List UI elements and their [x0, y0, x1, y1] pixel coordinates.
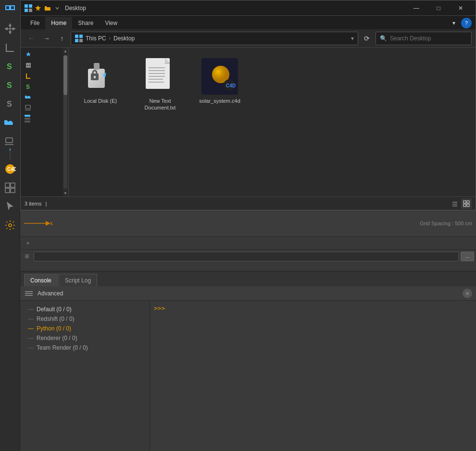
svg-rect-13 [5, 183, 10, 187]
grid-view-button[interactable] [461, 198, 472, 209]
svg-rect-19 [29, 4, 32, 8]
svg-rect-15 [5, 188, 10, 193]
quick-access-star[interactable] [21, 49, 68, 60]
console-header: Advanced × [20, 286, 476, 301]
folder-icon [44, 4, 51, 12]
l-icon [25, 72, 32, 80]
svg-rect-26 [26, 63, 31, 68]
svg-rect-30 [25, 105, 30, 109]
svg-rect-18 [25, 4, 28, 8]
back-button[interactable]: ← [25, 32, 38, 45]
star-icon [25, 51, 32, 59]
up-button[interactable]: ↑ [55, 32, 69, 45]
svg-rect-21 [29, 9, 32, 12]
new-text-file[interactable]: New Text Document.txt [136, 55, 184, 113]
s-tool-3-icon[interactable]: S [1, 95, 19, 113]
local-disk-file[interactable]: Local Disk (E) [76, 55, 125, 106]
tab-view[interactable]: View [99, 17, 123, 29]
search-icon: 🔍 [380, 35, 387, 42]
svg-text:C4D: C4D [226, 83, 236, 88]
explorer-body: ▲ ▼ [21, 48, 476, 196]
tab-file[interactable]: File [25, 17, 45, 29]
tree-item-default[interactable]: — Default (0 / 0) [20, 305, 150, 314]
console-close-button[interactable]: × [463, 289, 472, 298]
timeline-text-field[interactable] [34, 252, 459, 261]
scroll-up-arrow[interactable]: ▲ [63, 48, 68, 54]
tree-item-team-render[interactable]: — Team Render (0 / 0) [20, 343, 150, 353]
gear-icon[interactable] [1, 216, 19, 234]
undo-icon[interactable] [1, 1, 19, 19]
svg-rect-10 [10, 148, 11, 151]
left-panel-scrollbar[interactable]: ▲ ▼ [63, 48, 68, 196]
svg-rect-56 [463, 204, 466, 207]
quick-access-building[interactable] [21, 60, 68, 71]
cloud2-icon [25, 93, 32, 101]
new-text-label: New Text Document.txt [138, 98, 182, 111]
s-tool-1-icon[interactable]: S [1, 57, 19, 75]
transform-icon[interactable] [1, 38, 19, 57]
svg-rect-14 [11, 183, 15, 187]
quick-access-l[interactable] [21, 71, 68, 81]
tree-item-renderer[interactable]: — Renderer (0 / 0) [20, 333, 150, 343]
console-menu-icon[interactable] [24, 289, 34, 298]
c4d-main-icon[interactable]: C4D [1, 160, 19, 178]
minimize-button[interactable]: — [405, 0, 427, 16]
local-disk-label: Local Disk (E) [84, 98, 117, 104]
address-box[interactable]: This PC › Desktop ▾ [71, 32, 358, 45]
timeline-dots-button[interactable]: ... [461, 252, 474, 261]
explorer-window: Desktop — □ ✕ File Home Share View ▾ ? ←… [20, 0, 476, 210]
search-box: 🔍 [376, 32, 472, 45]
svg-text:S: S [7, 100, 12, 108]
x-axis-label: x [50, 220, 53, 227]
laptop-icon[interactable] [1, 132, 19, 150]
solar-system-file[interactable]: C4D solar_system.c4d [196, 55, 244, 106]
list-view-button[interactable] [450, 198, 460, 209]
tree-item-python[interactable]: — Python (0 / 0) [20, 324, 150, 333]
timeline-area: × ≡ ... [20, 237, 476, 271]
ribbon-tabs: File Home Share View ▾ ? [21, 16, 476, 29]
refresh-button[interactable]: ⟳ [360, 32, 374, 45]
help-button[interactable]: ? [461, 18, 472, 28]
ribbon-chevron[interactable]: ▾ [449, 18, 459, 28]
pin-icon [34, 4, 42, 12]
svg-rect-20 [25, 9, 28, 12]
close-button[interactable]: ✕ [450, 0, 472, 16]
c4d-viewport: x Grid Spacing : 500 cm [20, 210, 476, 237]
address-bar: ← → ↑ This PC › Desktop ▾ ⟳ 🔍 [21, 29, 476, 48]
forward-button[interactable]: → [40, 32, 53, 45]
timeline-close-button[interactable]: × [24, 239, 32, 247]
cloud-icon[interactable] [1, 113, 19, 132]
title-bar: Desktop — □ ✕ [21, 0, 476, 16]
console-tabs: Console Script Log [20, 272, 476, 286]
window-controls: — □ ✕ [405, 0, 472, 16]
pointer-icon[interactable] [1, 197, 19, 216]
scroll-down-arrow[interactable]: ▼ [63, 190, 68, 196]
quick-access-laptop[interactable] [21, 102, 68, 113]
hamburger-icon[interactable]: ≡ [22, 252, 32, 261]
tree-item-redshift[interactable]: — Redshift (0 / 0) [20, 314, 150, 324]
quick-access-s1[interactable]: S [21, 81, 68, 92]
move-icon[interactable] [1, 20, 19, 38]
address-part-thispc[interactable]: This PC [86, 35, 106, 42]
address-dropdown[interactable]: ▾ [351, 35, 354, 42]
grid-view-icon[interactable] [1, 179, 19, 197]
console-output: >>> [150, 301, 476, 451]
c4d-toolbar: S S S C4D [0, 0, 20, 451]
tab-share[interactable]: Share [72, 17, 99, 29]
svg-rect-36 [94, 76, 96, 78]
s-tool-2-icon[interactable]: S [1, 76, 19, 94]
item-count: 3 items [25, 201, 41, 207]
console-tree: — Default (0 / 0) — Redshift (0 / 0) — P… [20, 301, 150, 451]
c4d-file-icon: C4D [200, 57, 239, 96]
svg-rect-7 [6, 138, 13, 143]
svg-rect-16 [11, 188, 15, 193]
s1-icon: S [25, 83, 32, 90]
search-input[interactable] [390, 35, 467, 42]
maximize-button[interactable]: □ [427, 0, 450, 16]
quick-access-cloud[interactable] [21, 92, 68, 102]
tab-console[interactable]: Console [24, 274, 58, 286]
tab-script-log[interactable]: Script Log [59, 274, 97, 286]
tab-home[interactable]: Home [45, 17, 72, 29]
chevron-icon[interactable] [53, 4, 61, 12]
svg-rect-0 [6, 6, 10, 10]
